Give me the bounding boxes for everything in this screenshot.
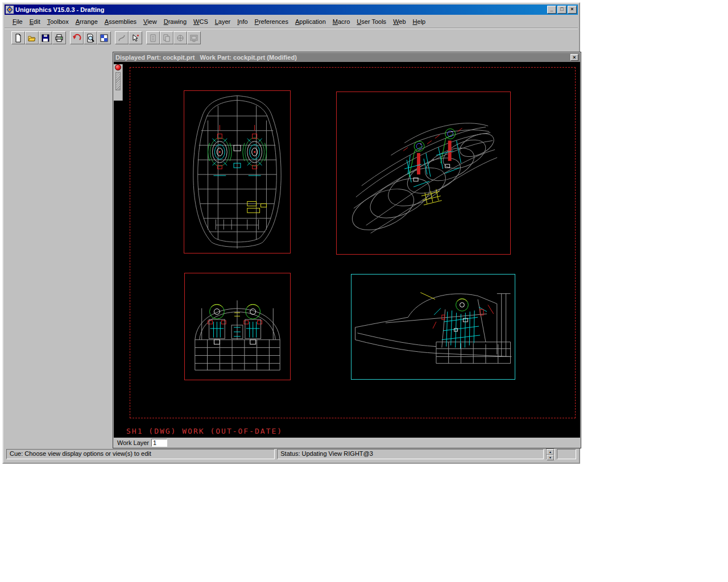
drawing-window-close-button[interactable]: × [570, 54, 578, 61]
new-part-button[interactable] [11, 31, 25, 44]
scroll-down-icon[interactable]: ▼ [547, 455, 555, 460]
menu-item-info[interactable]: Info [234, 16, 251, 27]
selection-button[interactable] [129, 31, 142, 44]
tool-button-2-disabled [160, 31, 173, 44]
client-area: Displayed Part: cockpit.prt Work Part: c… [5, 47, 577, 446]
unigraphics-logo-icon [6, 6, 14, 14]
drawing-window-title: Displayed Part: cockpit.prt Work Part: c… [115, 54, 570, 61]
print-button[interactable] [52, 31, 66, 44]
tool-button-1-disabled [146, 31, 160, 44]
close-button[interactable]: × [568, 6, 577, 14]
minimize-button[interactable]: _ [547, 6, 556, 14]
menu-item-macro[interactable]: Macro [329, 16, 354, 27]
cue-line: Cue: Choose view display options or view… [6, 449, 275, 459]
menu-bar: FileEditToolboxArrangeAssembliesViewDraw… [5, 15, 578, 28]
open-part-button[interactable] [25, 31, 39, 44]
strip-grip-icon[interactable] [115, 72, 121, 90]
app-window: Unigraphics V15.0.3 - Drafting _ □ × Fil… [2, 2, 580, 464]
menu-item-help[interactable]: Help [410, 16, 429, 27]
menu-item-drawing[interactable]: Drawing [160, 16, 190, 27]
status-end-panel [557, 449, 576, 459]
status-line: Status: Updating View RIGHT@3 [277, 449, 543, 459]
status-scrollbar[interactable]: ▲ ▼ [546, 448, 555, 460]
sheet-status-text: SH1 (DWG) WORK (OUT-OF-DATE) [126, 427, 283, 435]
work-layer-bar: Work Layer [114, 438, 580, 447]
interrupt-stoplight-icon[interactable] [115, 64, 121, 70]
viewport-top-view[interactable] [184, 90, 291, 253]
toolbar [5, 28, 578, 47]
menu-item-assemblies[interactable]: Assemblies [101, 16, 140, 27]
desktop: Unigraphics V15.0.3 - Drafting _ □ × Fil… [0, 0, 728, 582]
menu-item-view[interactable]: View [140, 16, 160, 27]
viewport-isometric-view[interactable] [336, 92, 511, 255]
layout-views-button[interactable] [97, 31, 111, 44]
menu-item-preferences[interactable]: Preferences [251, 16, 292, 27]
title-bar[interactable]: Unigraphics V15.0.3 - Drafting _ □ × [5, 5, 578, 15]
menu-item-file[interactable]: File [9, 16, 26, 27]
window-title: Unigraphics V15.0.3 - Drafting [15, 6, 546, 13]
graphics-canvas[interactable]: SH1 (DWG) WORK (OUT-OF-DATE) [123, 62, 580, 438]
menu-item-arrange[interactable]: Arrange [72, 16, 101, 27]
menu-item-toolbox[interactable]: Toolbox [44, 16, 72, 27]
menu-item-edit[interactable]: Edit [26, 16, 44, 27]
status-bar: Cue: Choose view display options or view… [5, 447, 577, 461]
examine-part-button[interactable] [84, 31, 97, 44]
menu-item-wcs[interactable]: WCS [190, 16, 212, 27]
save-part-button[interactable] [39, 31, 52, 44]
menu-item-application[interactable]: Application [292, 16, 329, 27]
drawing-window-title-bar[interactable]: Displayed Part: cockpit.prt Work Part: c… [114, 53, 580, 62]
menu-item-layer[interactable]: Layer [212, 16, 234, 27]
scroll-up-icon[interactable]: ▲ [547, 449, 555, 455]
drawing-window-body: SH1 (DWG) WORK (OUT-OF-DATE) [114, 62, 580, 438]
curve-tool-button-disabled [115, 31, 129, 44]
menu-item-web[interactable]: Web [390, 16, 409, 27]
tool-button-3-disabled [173, 31, 187, 44]
work-layer-input[interactable] [151, 439, 167, 447]
work-layer-label: Work Layer [117, 439, 149, 446]
tool-button-4-disabled [187, 31, 201, 44]
menu-item-user-tools[interactable]: User Tools [353, 16, 390, 27]
maximize-button[interactable]: □ [557, 6, 566, 14]
drawing-window: Displayed Part: cockpit.prt Work Part: c… [113, 52, 581, 448]
viewport-right-view[interactable] [351, 274, 515, 380]
undo-button[interactable] [70, 31, 84, 44]
view-strip-top [114, 64, 123, 101]
view-strip [114, 62, 123, 438]
viewport-front-view[interactable] [184, 273, 291, 380]
